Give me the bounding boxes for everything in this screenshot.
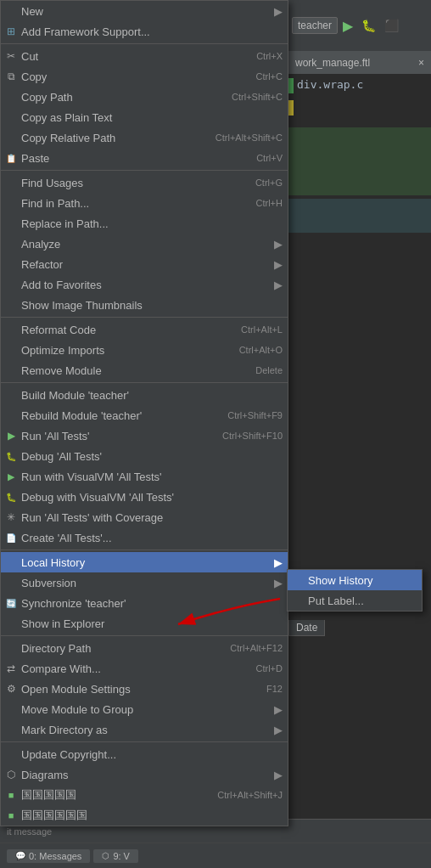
menu-item-show-explorer[interactable]: Show in Explorer (1, 613, 288, 634)
menu-item-local-history[interactable]: Local History ▶ (1, 552, 288, 572)
cut-icon (4, 49, 18, 63)
menu-item-analyze[interactable]: Analyze ▶ (1, 234, 288, 254)
menu-label-coverage: Run 'All Tests' with Coverage (21, 511, 283, 524)
menu-item-directory-path[interactable]: Directory Path Ctrl+Alt+F12 (1, 638, 288, 658)
menu-item-run-tests[interactable]: Run 'All Tests' Ctrl+Shift+F10 (1, 426, 288, 446)
shortcut-find-path: Ctrl+H (239, 198, 283, 208)
debug-button[interactable]: 🐛 (358, 17, 379, 34)
menu-item-rebuild[interactable]: Rebuild Module 'teacher' Ctrl+Shift+F9 (1, 405, 288, 426)
menu-item-run-visualvm[interactable]: Run with VisualVM 'All Tests' (1, 466, 288, 487)
menu-item-refactor[interactable]: Refactor ▶ (1, 254, 288, 274)
menu-item-item2[interactable]: ■ 国国国国国国 (1, 805, 288, 826)
menu-item-copyright[interactable]: Update Copyright... (1, 744, 288, 764)
separator-3 (1, 317, 288, 318)
menu-item-debug-visualvm[interactable]: Debug with VisualVM 'All Tests' (1, 487, 288, 507)
menu-label-diagrams: Diagrams (21, 769, 257, 781)
menu-item-coverage[interactable]: Run 'All Tests' with Coverage (1, 507, 288, 527)
menu-label-reformat: Reformat Code (21, 324, 224, 336)
shortcut-copy-path: Ctrl+Shift+C (215, 92, 283, 102)
arrow-icon-subversion: ▶ (257, 577, 283, 589)
item2-icon: ■ (4, 809, 18, 822)
menu-item-thumbnails[interactable]: Show Image Thumbnails (1, 295, 288, 315)
submenu-label-show-history: Show History (308, 574, 417, 587)
menu-item-favorites[interactable]: Add to Favorites ▶ (1, 274, 288, 295)
menu-label-paste: Paste (21, 152, 239, 165)
menu-item-diagrams[interactable]: Diagrams ▶ (1, 764, 288, 785)
menu-label-run-tests: Run 'All Tests' (21, 430, 205, 442)
menu-label-mark-directory: Mark Directory as (21, 724, 257, 736)
submenu-item-show-history[interactable]: Show History (288, 570, 422, 590)
arrow-icon-analyze: ▶ (257, 238, 283, 251)
menu-item-new[interactable]: New ▶ (1, 1, 288, 21)
status-bar: 💬 0: Messages ⬡ 9: V (0, 843, 431, 868)
stop-button[interactable]: ⬛ (381, 17, 402, 34)
menu-item-replace-path[interactable]: Replace in Path... (1, 213, 288, 234)
menu-label-analyze: Analyze (21, 238, 257, 251)
menu-item-reformat[interactable]: Reformat Code Ctrl+Alt+L (1, 319, 288, 340)
arrow-icon-favorites: ▶ (257, 279, 283, 291)
separator-4 (1, 382, 288, 383)
menu-label-remove-module: Remove Module (21, 364, 238, 377)
menu-item-build[interactable]: Build Module 'teacher' (1, 385, 288, 405)
menu-item-module-settings[interactable]: Open Module Settings F12 (1, 679, 288, 699)
shortcut-rebuild: Ctrl+Shift+F9 (210, 410, 283, 420)
menu-label-replace-path: Replace in Path... (21, 217, 283, 230)
tab2[interactable]: ⬡ 9: V (93, 849, 138, 863)
menu-item-mark-directory[interactable]: Mark Directory as ▶ (1, 719, 288, 740)
shortcut-cut: Ctrl+X (239, 51, 283, 61)
menu-label-item2: 国国国国国国 (21, 808, 283, 823)
menu-item-subversion[interactable]: Subversion ▶ (1, 572, 288, 593)
menu-item-compare[interactable]: Compare With... Ctrl+D (1, 658, 288, 679)
menu-label-find-path: Find in Path... (21, 197, 239, 210)
menu-item-copy-plain[interactable]: Copy as Plain Text (1, 107, 288, 127)
menu-label-add-framework: Add Framework Support... (21, 25, 283, 38)
menu-item-move-module[interactable]: Move Module to Group ▶ (1, 699, 288, 719)
menu-label-copy-path: Copy Path (21, 91, 215, 104)
messages-tab[interactable]: 💬 0: Messages (7, 849, 90, 863)
editor-tab[interactable]: work_manage.ftl × (288, 51, 431, 75)
menu-item-add-framework[interactable]: Add Framework Support... (1, 21, 288, 42)
shortcut-item1: Ctrl+Alt+Shift+J (200, 790, 283, 800)
local-history-submenu: Show History Put Label... (287, 569, 423, 612)
shortcut-find-usages: Ctrl+G (238, 178, 283, 188)
tab-close[interactable]: × (418, 57, 424, 69)
arrow-icon-refactor: ▶ (257, 258, 283, 271)
menu-label-thumbnails: Show Image Thumbnails (21, 299, 283, 312)
menu-label-refactor: Refactor (21, 258, 257, 271)
menu-item-optimize[interactable]: Optimize Imports Ctrl+Alt+O (1, 340, 288, 360)
menu-label-debug-tests: Debug 'All Tests' (21, 450, 283, 463)
menu-item-create-tests[interactable]: Create 'All Tests'... (1, 527, 288, 548)
menu-item-copy-relative[interactable]: Copy Relative Path Ctrl+Alt+Shift+C (1, 127, 288, 148)
menu-item-synchronize[interactable]: Synchronize 'teacher' (1, 593, 288, 613)
menu-item-find-usages[interactable]: Find Usages Ctrl+G (1, 172, 288, 193)
separator-2 (1, 170, 288, 171)
code-line-1: div.wrap.c (297, 78, 363, 91)
menu-item-cut[interactable]: Cut Ctrl+X (1, 46, 288, 66)
project-dropdown[interactable]: teacher (292, 17, 338, 34)
menu-item-item1[interactable]: ■ 国国国国国 Ctrl+Alt+Shift+J (1, 785, 288, 805)
tab2-icon: ⬡ (102, 851, 109, 860)
menu-label-copy-relative: Copy Relative Path (21, 132, 199, 144)
menu-label-show-explorer: Show in Explorer (21, 617, 283, 630)
arrow-icon-local-history: ▶ (257, 556, 283, 569)
menu-label-subversion: Subversion (21, 577, 257, 589)
menu-label-compare: Compare With... (21, 662, 239, 675)
menu-label-cut: Cut (21, 50, 239, 63)
menu-item-find-path[interactable]: Find in Path... Ctrl+H (1, 193, 288, 213)
menu-item-paste[interactable]: Paste Ctrl+V (1, 148, 288, 168)
date-label: Date (296, 622, 317, 634)
menu-item-debug-tests[interactable]: Debug 'All Tests' (1, 446, 288, 466)
run-button[interactable]: ▶ (339, 16, 356, 36)
menu-label-rebuild: Rebuild Module 'teacher' (21, 409, 210, 422)
arrow-icon-mark-directory: ▶ (257, 724, 283, 736)
menu-item-copy-path[interactable]: Copy Path Ctrl+Shift+C (1, 87, 288, 107)
framework-icon (4, 25, 18, 38)
menu-label-run-visualvm: Run with VisualVM 'All Tests' (21, 471, 283, 483)
menu-item-remove-module[interactable]: Remove Module Delete (1, 360, 288, 380)
menu-label-favorites: Add to Favorites (21, 279, 257, 291)
messages-icon: 💬 (15, 851, 25, 860)
shortcut-directory-path: Ctrl+Alt+F12 (213, 643, 283, 653)
submenu-item-put-label[interactable]: Put Label... (288, 590, 422, 611)
menu-item-copy[interactable]: Copy Ctrl+C (1, 66, 288, 87)
separator-1 (1, 43, 288, 44)
